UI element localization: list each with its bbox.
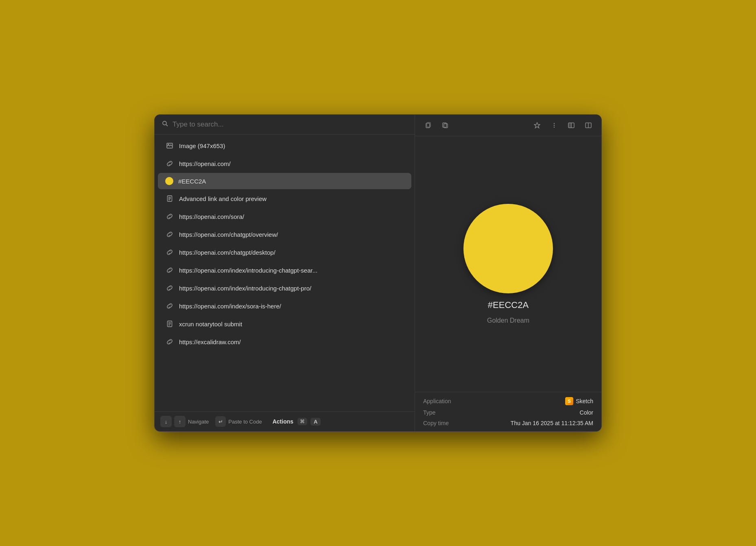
app-window: Image (947x653) https://openai.com/	[154, 114, 602, 432]
link-icon	[165, 284, 174, 293]
link-icon	[165, 337, 174, 346]
application-label: Application	[423, 398, 451, 404]
item-text: Image (947x653)	[179, 142, 225, 149]
svg-point-17	[554, 123, 555, 124]
list-item[interactable]: https://openai.com/chatgpt/overview/	[158, 226, 411, 243]
type-row: Type Color	[423, 409, 593, 416]
link-icon	[165, 212, 174, 221]
type-label: Type	[423, 409, 435, 416]
list-item[interactable]: Advanced link and color preview	[158, 190, 411, 207]
item-text: #EECC2A	[178, 178, 206, 185]
search-input[interactable]	[173, 120, 407, 129]
svg-rect-22	[568, 123, 571, 128]
sketch-icon: S	[565, 397, 573, 405]
copy-time-row: Copy time Thu Jan 16 2025 at 11:12:35 AM	[423, 420, 593, 426]
paste-label: Paste to Code	[228, 419, 262, 425]
application-row: Application S Sketch	[423, 397, 593, 405]
svg-line-1	[166, 124, 168, 126]
item-text: https://openai.com/index/introducing-cha…	[179, 285, 311, 292]
list-item[interactable]: https://openai.com/sora/	[158, 208, 411, 225]
list-item[interactable]: https://openai.com/chatgpt/desktop/	[158, 244, 411, 261]
half-view-button[interactable]	[565, 119, 578, 132]
item-text: https://openai.com/chatgpt/desktop/	[179, 249, 275, 256]
more-options-button[interactable]	[548, 119, 561, 132]
svg-marker-16	[534, 122, 540, 128]
metadata-panel: Application S Sketch Type Color Copy tim…	[415, 392, 601, 431]
link-icon	[165, 301, 174, 310]
right-panel: #EECC2A Golden Dream Application S Sketc…	[415, 115, 601, 431]
svg-point-19	[554, 127, 555, 128]
list-item[interactable]: xcrun notarytool submit	[158, 315, 411, 332]
link-icon	[165, 266, 174, 275]
search-icon	[162, 120, 168, 129]
svg-point-3	[168, 144, 169, 145]
application-value: S Sketch	[565, 397, 593, 405]
list-item-selected[interactable]: #EECC2A	[158, 173, 411, 189]
link-icon	[165, 230, 174, 239]
item-text: https://openai.com/index/introducing-cha…	[179, 267, 317, 274]
type-value: Color	[580, 409, 593, 416]
copy-time-value: Thu Jan 16 2025 at 11:12:35 AM	[511, 420, 593, 426]
navigate-label: Navigate	[188, 419, 209, 425]
item-text: xcrun notarytool submit	[179, 321, 242, 328]
list-item[interactable]: https://openai.com/	[158, 155, 411, 172]
list-item[interactable]: Image (947x653)	[158, 137, 411, 154]
search-bar	[155, 115, 415, 135]
doc-icon	[165, 194, 174, 203]
actions-label: Actions	[273, 418, 293, 425]
bottom-bar: ↓ ↑ Navigate ↵ Paste to Code Actions ⌘ A	[155, 411, 415, 431]
color-hex-label: #EECC2A	[488, 300, 529, 310]
a-badge: A	[310, 418, 321, 426]
copy-time-label: Copy time	[423, 420, 449, 426]
svg-point-18	[554, 125, 555, 126]
list-item[interactable]: https://openai.com/index/introducing-cha…	[158, 280, 411, 297]
star-button[interactable]	[531, 119, 544, 132]
list-item[interactable]: https://excalidraw.com/	[158, 333, 411, 350]
main-content: Image (947x653) https://openai.com/	[155, 115, 601, 431]
doc-icon	[165, 319, 174, 328]
split-view-button[interactable]	[582, 119, 595, 132]
navigate-up-button[interactable]: ↑	[174, 416, 186, 427]
left-panel: Image (947x653) https://openai.com/	[155, 115, 415, 431]
item-text: https://openai.com/	[179, 160, 231, 167]
link-icon	[165, 159, 174, 168]
enter-icon: ↵	[215, 416, 226, 427]
right-toolbar	[415, 115, 601, 136]
application-value-text: Sketch	[576, 398, 593, 404]
color-dot	[165, 177, 173, 185]
item-text: https://openai.com/index/sora-is-here/	[179, 303, 281, 310]
link-icon	[165, 248, 174, 257]
list-item[interactable]: https://openai.com/index/sora-is-here/	[158, 297, 411, 314]
image-icon	[165, 141, 174, 150]
copy-double-button[interactable]	[439, 119, 452, 132]
color-preview-area: #EECC2A Golden Dream	[415, 136, 601, 392]
item-text: Advanced link and color preview	[179, 195, 267, 202]
svg-point-0	[163, 121, 166, 125]
list-item[interactable]: https://openai.com/index/introducing-cha…	[158, 262, 411, 279]
items-list: Image (947x653) https://openai.com/	[155, 135, 415, 411]
cmd-badge: ⌘	[297, 418, 307, 425]
color-name-label: Golden Dream	[487, 317, 529, 324]
item-text: https://excalidraw.com/	[179, 339, 241, 345]
color-circle	[463, 204, 553, 293]
copy-single-button[interactable]	[422, 119, 435, 132]
item-text: https://openai.com/chatgpt/overview/	[179, 231, 278, 238]
navigate-down-button[interactable]: ↓	[160, 416, 172, 427]
item-text: https://openai.com/sora/	[179, 213, 244, 220]
